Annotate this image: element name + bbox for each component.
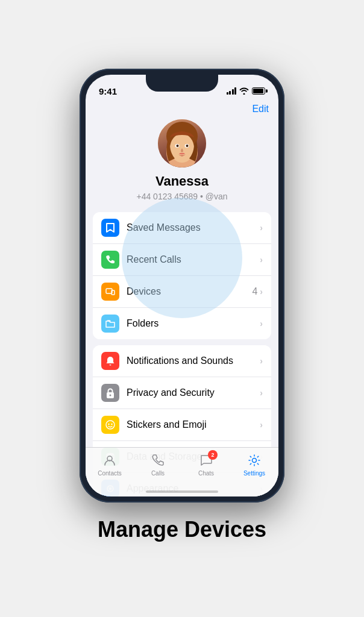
- devices-label: Devices: [127, 286, 252, 297]
- menu-item-privacy[interactable]: Privacy and Security ›: [93, 377, 271, 409]
- profile-username: @van: [206, 192, 228, 201]
- tab-chats[interactable]: 2 Chats: [182, 453, 230, 477]
- stickers-icon: [101, 416, 119, 434]
- privacy-label: Privacy and Security: [127, 387, 260, 398]
- chats-icon: 2: [198, 453, 214, 468]
- notch: [146, 75, 218, 92]
- bell-icon: [101, 352, 119, 370]
- chevron-icon: ›: [260, 319, 263, 328]
- page-title: Manage Devices: [98, 517, 266, 542]
- profile-info: +44 0123 45689 • @van: [136, 192, 227, 201]
- battery-icon: [252, 87, 265, 95]
- profile-name: Vanessa: [155, 174, 209, 189]
- menu-item-recent-calls[interactable]: Recent Calls ›: [93, 244, 271, 276]
- chats-tab-label: Chats: [198, 470, 214, 477]
- settings-icon: [246, 453, 262, 468]
- chevron-icon: ›: [260, 287, 263, 296]
- notifications-label: Notifications and Sounds: [127, 355, 260, 366]
- page-wrapper: 9:41: [0, 57, 364, 560]
- tab-contacts[interactable]: Contacts: [86, 453, 134, 477]
- devices-icon: [101, 283, 119, 301]
- svg-point-12: [108, 424, 109, 425]
- saved-messages-label: Saved Messages: [127, 222, 260, 233]
- signal-icon: [227, 87, 237, 95]
- chevron-icon: ›: [260, 420, 263, 430]
- chevron-icon: ›: [260, 223, 263, 233]
- wifi-icon: [239, 87, 249, 95]
- avatar: [158, 119, 206, 168]
- svg-point-13: [111, 424, 112, 425]
- menu-item-notifications[interactable]: Notifications and Sounds ›: [93, 345, 271, 377]
- screen-content: Edit: [86, 101, 278, 496]
- chevron-icon: ›: [260, 356, 263, 366]
- menu-item-folders[interactable]: Folders ›: [93, 308, 271, 339]
- lock-icon: [101, 384, 119, 402]
- folders-icon: [101, 315, 119, 333]
- svg-point-10: [110, 394, 111, 396]
- calls-icon: [150, 453, 166, 468]
- tab-bar: Contacts Calls: [86, 447, 278, 496]
- status-icons: [227, 87, 266, 95]
- phone-screen: 9:41: [86, 75, 278, 496]
- chevron-icon: ›: [260, 388, 263, 398]
- svg-point-5: [177, 145, 179, 147]
- stickers-label: Stickers and Emoji: [127, 419, 260, 430]
- recent-calls-label: Recent Calls: [127, 254, 260, 265]
- svg-rect-8: [111, 290, 115, 295]
- status-time: 9:41: [99, 86, 117, 96]
- svg-point-22: [253, 459, 257, 463]
- edit-button[interactable]: Edit: [252, 104, 269, 114]
- edit-bar: Edit: [86, 101, 278, 114]
- calls-tab-label: Calls: [151, 470, 165, 477]
- profile-section: Vanessa +44 0123 45689 • @van: [86, 114, 278, 212]
- phone-frame: 9:41: [80, 69, 284, 503]
- menu-item-devices[interactable]: Devices 4 ›: [93, 276, 271, 308]
- tab-calls[interactable]: Calls: [134, 453, 182, 477]
- chats-badge: 2: [208, 450, 218, 460]
- phone-icon: [101, 251, 119, 269]
- bookmark-icon: [101, 219, 119, 237]
- folders-label: Folders: [127, 318, 260, 329]
- devices-value: 4: [252, 286, 257, 297]
- settings-tab-label: Settings: [243, 470, 265, 477]
- tab-settings[interactable]: Settings: [230, 453, 278, 477]
- contacts-tab-label: Contacts: [98, 470, 121, 477]
- menu-item-saved-messages[interactable]: Saved Messages ›: [93, 212, 271, 244]
- profile-phone: +44 0123 45689: [136, 192, 198, 201]
- chevron-icon: ›: [260, 255, 263, 265]
- svg-point-6: [186, 145, 189, 147]
- svg-point-11: [106, 421, 115, 429]
- home-indicator: [146, 490, 218, 493]
- menu-item-stickers[interactable]: Stickers and Emoji ›: [93, 409, 271, 441]
- menu-group-1: Saved Messages › Recent Calls ›: [93, 212, 271, 339]
- contacts-icon: [102, 453, 118, 468]
